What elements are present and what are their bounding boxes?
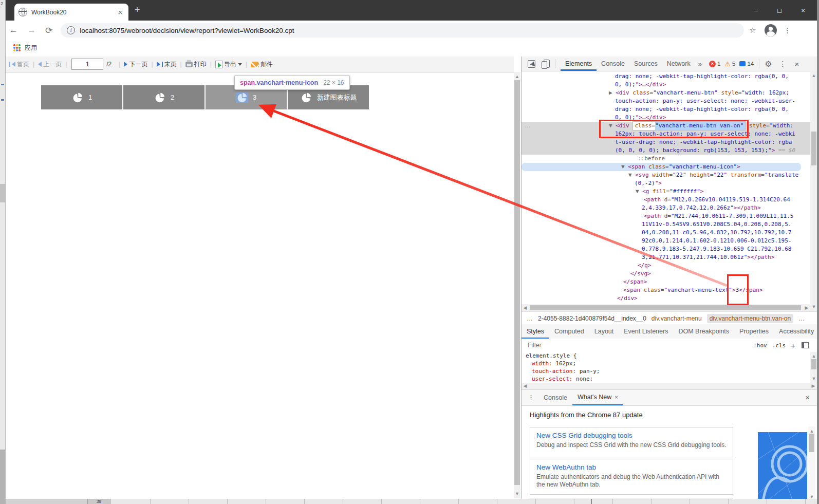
elements-tree-line-3[interactable]: touch-action: pan-y; user-select: none; … xyxy=(522,97,810,105)
scroll-thumb[interactable] xyxy=(811,359,816,369)
inspect-element-icon[interactable] xyxy=(528,60,535,68)
window-close-icon[interactable]: × xyxy=(791,7,815,14)
breadcrumb-item-1[interactable]: 2-4055-8882-1d400879f54d__index__0 xyxy=(538,315,646,322)
bookmark-apps-label[interactable]: 应用 xyxy=(25,44,37,52)
whats-new-card-title[interactable]: New CSS Grid debugging tools xyxy=(536,432,727,439)
chart-menu-button-1[interactable]: 1 xyxy=(41,85,122,109)
elements-hscrollbar[interactable]: ◀ ▶ xyxy=(522,304,810,311)
elements-tree-line-20[interactable]: 92c0,0,1.214,0,1.602-0.1210.006-0.012c5.… xyxy=(522,237,810,245)
breadcrumb-item-2[interactable]: div.vanchart-menu xyxy=(652,315,702,322)
drawer-tab-what-s-new[interactable]: What's New× xyxy=(572,390,623,405)
page-number-input[interactable] xyxy=(71,59,103,70)
elements-tree-line-14[interactable]: ▼ <g fill="#ffffff"> xyxy=(522,188,810,196)
style-property[interactable]: touch-action: pan-y; xyxy=(522,367,810,375)
sidebar-tab-layout[interactable]: Layout xyxy=(589,325,619,339)
style-property[interactable]: user-select: none; xyxy=(522,375,810,383)
scroll-left-icon[interactable]: ◀ xyxy=(523,383,528,389)
elements-tree-line-1[interactable]: 0, 0);">…</div> xyxy=(522,81,810,89)
sidebar-tab-event-listeners[interactable]: Event Listeners xyxy=(619,325,673,339)
sidebar-tab-accessibility[interactable]: Accessibility xyxy=(774,325,819,339)
scroll-up-icon[interactable]: ▲ xyxy=(810,72,817,79)
devtools-tab-elements[interactable]: Elements xyxy=(561,57,597,71)
whatsnew-vscrollbar[interactable]: ▲ ▼ xyxy=(808,426,815,501)
styles-hscrollbar[interactable]: ◀ ▶ xyxy=(522,383,817,389)
window-minimize-icon[interactable]: – xyxy=(744,7,768,14)
elements-tree-line-19[interactable]: 04,0.208,11 c0,5.96,4.832,10.792,10.792,… xyxy=(522,229,810,237)
elements-tree-line-17[interactable]: <path d="M21.744,10.0611-7.309,1.009L11,… xyxy=(522,212,810,220)
elements-tree-line-9[interactable]: (0, 0, 0, 0); background: rgb(153, 153, … xyxy=(522,146,810,155)
scroll-up-icon[interactable]: ▲ xyxy=(514,73,520,80)
sidebar-tab-computed[interactable]: Computed xyxy=(549,325,589,339)
report-vscrollbar[interactable]: ▲ ▼ xyxy=(514,72,520,498)
scroll-down-icon[interactable]: ▼ xyxy=(810,375,817,382)
elements-tree-line-21[interactable]: 0.778,9.183-5.247,9.183-10.659 C21.792,1… xyxy=(522,245,810,253)
more-tabs-icon[interactable]: » xyxy=(698,60,702,68)
sidebar-tab-dom-breakpoints[interactable]: DOM Breakpoints xyxy=(673,325,734,339)
scroll-thumb[interactable] xyxy=(530,305,801,310)
styles-filter-input[interactable] xyxy=(527,341,753,349)
breadcrumb-item-0[interactable]: … xyxy=(527,315,533,322)
breadcrumb-item-4[interactable]: … xyxy=(798,315,805,322)
scroll-thumb[interactable] xyxy=(811,132,816,165)
scroll-down-icon[interactable]: ▼ xyxy=(810,303,817,310)
elements-tree-line-8[interactable]: t-user-drag: none; -webkit-tap-highlight… xyxy=(522,138,810,146)
tab-close-icon[interactable]: × xyxy=(116,8,124,16)
warning-badge[interactable]: ⚠ 5 xyxy=(724,60,735,68)
next-page-button[interactable]: 下一页 xyxy=(123,60,148,69)
elements-tree-line-26[interactable]: <span class="vanchart-menu-text">3</span… xyxy=(522,286,810,294)
drawer-close-icon[interactable]: × xyxy=(805,393,810,402)
reload-icon[interactable]: ⟳ xyxy=(45,25,52,36)
apps-grid-icon[interactable] xyxy=(13,44,21,51)
error-badge[interactable]: × 1 xyxy=(709,61,720,67)
elements-tree-line-2[interactable]: ▶ <div class="vanchart-menu-btn" style="… xyxy=(522,89,810,97)
sidebar-tab-properties[interactable]: Properties xyxy=(734,325,774,339)
elements-tree-line-23[interactable]: </g> xyxy=(522,262,810,270)
style-selector[interactable]: element.style { xyxy=(522,352,810,360)
sidebar-tab-styles[interactable]: Styles xyxy=(522,325,549,339)
elements-tree-line-27[interactable]: </div> xyxy=(522,294,810,303)
print-button[interactable]: 打印 xyxy=(184,60,208,69)
new-tab-button[interactable]: + xyxy=(135,5,140,14)
cls-toggle[interactable]: .cls xyxy=(772,342,786,349)
back-icon[interactable]: ← xyxy=(9,25,18,35)
export-button[interactable]: 导出 xyxy=(214,60,243,69)
window-maximize-icon[interactable]: □ xyxy=(768,7,791,14)
device-toolbar-icon[interactable] xyxy=(544,60,550,68)
settings-gear-icon[interactable]: ⚙ xyxy=(765,59,772,69)
elements-tree-line-10[interactable]: ::before xyxy=(522,155,810,163)
computed-sidebar-icon[interactable] xyxy=(802,342,809,348)
drawer-tab-console[interactable]: Console xyxy=(538,390,572,405)
elements-tree-line-18[interactable]: 11V11v-0.545V9.651V0.208C5.04,0.208,0.20… xyxy=(522,220,810,229)
browser-menu-icon[interactable]: ⋮ xyxy=(784,26,791,34)
breadcrumb-item-3[interactable]: div.vanchart-menu-btn.van-on xyxy=(707,314,794,323)
elements-tree-line-13[interactable]: (0,-2)"> xyxy=(522,179,810,188)
address-bar[interactable]: i localhost:8075/webroot/decision/view/r… xyxy=(61,23,744,38)
elements-tree-line-12[interactable]: ▼ <svg width="22" height="22" transform=… xyxy=(522,171,810,179)
elements-tree-line-15[interactable]: <path d="M12,0.266v10.04119.519-1.314C20… xyxy=(522,196,810,204)
drawer-menu-icon[interactable]: ⋮ xyxy=(528,394,534,401)
scroll-up-icon[interactable]: ▲ xyxy=(810,352,817,360)
elements-tree-line-0[interactable]: drag: none; -webkit-tap-highlight-color:… xyxy=(522,72,810,81)
scroll-left-icon[interactable]: ◀ xyxy=(523,304,528,311)
mail-button[interactable]: 邮件 xyxy=(250,60,274,69)
hov-toggle[interactable]: :hov xyxy=(753,342,767,349)
chart-menu-button-2[interactable]: 2 xyxy=(123,85,204,109)
scroll-right-icon[interactable]: ▶ xyxy=(811,383,816,389)
devtools-menu-icon[interactable]: ⋮ xyxy=(779,60,787,68)
devtools-tab-console[interactable]: Console xyxy=(597,57,629,71)
elements-tree-line-24[interactable]: </svg> xyxy=(522,270,810,278)
elements-tree-line-22[interactable]: 3,21.771,10.371,21.744,10.061z"></path> xyxy=(522,253,810,262)
last-page-button[interactable]: 末页 xyxy=(156,60,178,69)
issues-badge[interactable]: 14 xyxy=(739,61,754,67)
first-page-button[interactable]: 首页 xyxy=(8,60,30,69)
browser-tab[interactable]: WorkBook20 × xyxy=(14,4,128,21)
devtools-close-icon[interactable]: × xyxy=(795,60,799,68)
scroll-down-icon[interactable]: ▼ xyxy=(514,490,520,497)
elements-tree-line-16[interactable]: 2,4.339,17,0.742,12,0.266z"></path> xyxy=(522,204,810,212)
forward-icon[interactable]: → xyxy=(27,25,36,35)
elements-tree-line-25[interactable]: </span> xyxy=(522,278,810,286)
profile-avatar[interactable] xyxy=(765,24,777,36)
page-info-icon[interactable]: i xyxy=(67,26,75,34)
url-text[interactable]: localhost:8075/webroot/decision/view/rep… xyxy=(80,27,294,34)
scroll-thumb[interactable] xyxy=(809,434,814,452)
